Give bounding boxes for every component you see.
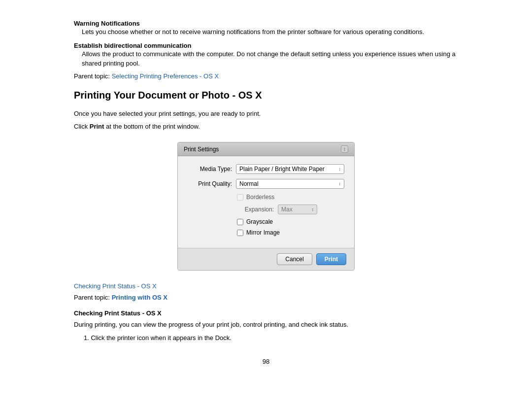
print-dialog-footer: Cancel Print: [178, 248, 354, 270]
checking-print-status-heading: Checking Print Status - OS X: [74, 309, 458, 317]
print-quality-value: Normal: [239, 180, 259, 187]
print-quality-select[interactable]: Normal ↕: [236, 179, 344, 189]
para2-bold: Print: [90, 123, 104, 130]
borderless-checkbox[interactable]: [237, 194, 243, 201]
print-dialog-wrapper: Print Settings ↕ Media Type: Plain Paper…: [74, 142, 458, 271]
warning-notifications-section: Warning Notifications Lets you choose wh…: [74, 20, 458, 37]
print-button[interactable]: Print: [316, 253, 346, 265]
expansion-value: Max: [281, 206, 293, 213]
printing-with-osx-link[interactable]: Printing with OS X: [112, 294, 167, 301]
media-type-label: Media Type:: [188, 166, 232, 172]
section-heading: Printing Your Document or Photo - OS X: [74, 90, 458, 101]
mirror-image-checkbox[interactable]: [237, 230, 243, 236]
expansion-label: Expansion:: [237, 206, 274, 213]
borderless-label: Borderless: [246, 194, 274, 201]
checking-section: Checking Print Status - OS X During prin…: [74, 309, 458, 343]
expansion-select: Max ↕: [278, 205, 317, 214]
selecting-printing-preferences-link[interactable]: Selecting Printing Preferences - OS X: [112, 72, 219, 80]
establish-desc: Allows the product to communicate with t…: [82, 49, 458, 68]
warning-notifications-desc: Lets you choose whether or not to receiv…: [82, 27, 458, 37]
grayscale-row: Grayscale: [237, 218, 344, 225]
print-dialog-body: Media Type: Plain Paper / Bright White P…: [178, 156, 354, 248]
borderless-row: Borderless: [237, 194, 344, 201]
expansion-arrow-icon: ↕: [312, 207, 314, 212]
print-quality-label: Print Quality:: [188, 180, 232, 187]
checking-body: During printing, you can view the progre…: [74, 320, 458, 330]
grayscale-checkbox[interactable]: [237, 219, 243, 225]
establish-label: Establish bidirectional communication: [74, 42, 458, 49]
page-number: 98: [74, 358, 458, 365]
section-para1: Once you have selected your print settin…: [74, 109, 458, 119]
link-section: Checking Print Status - OS X Parent topi…: [74, 280, 458, 304]
establish-section: Establish bidirectional communication Al…: [74, 42, 458, 68]
parent-topic-1: Parent topic: Selecting Printing Prefere…: [74, 72, 458, 80]
print-quality-row: Print Quality: Normal ↕: [188, 179, 344, 189]
print-quality-arrow-icon: ↕: [339, 181, 341, 186]
para2-suffix: at the bottom of the print window.: [104, 123, 200, 130]
parent-topic-1-prefix: Parent topic:: [74, 72, 110, 80]
media-type-value: Plain Paper / Bright White Paper: [239, 166, 325, 172]
warning-notifications-label: Warning Notifications: [74, 20, 458, 27]
section-para2: Click Print at the bottom of the print w…: [74, 122, 458, 132]
media-type-select[interactable]: Plain Paper / Bright White Paper ↕: [236, 164, 344, 174]
print-dialog-title: Print Settings: [184, 146, 219, 153]
print-dialog: Print Settings ↕ Media Type: Plain Paper…: [177, 142, 355, 271]
step1: 1. Click the printer icon when it appear…: [84, 333, 458, 343]
media-type-arrow-icon: ↕: [339, 167, 341, 171]
media-type-row: Media Type: Plain Paper / Bright White P…: [188, 164, 344, 174]
expansion-row: Expansion: Max ↕: [237, 205, 344, 214]
print-settings-stepper[interactable]: ↕: [341, 145, 348, 153]
parent-topic-2-prefix: Parent topic:: [74, 294, 110, 301]
grayscale-label: Grayscale: [246, 218, 273, 225]
para2-prefix: Click: [74, 123, 90, 130]
mirror-image-row: Mirror Image: [237, 229, 344, 236]
checking-print-status-link[interactable]: Checking Print Status - OS X: [74, 282, 157, 290]
cancel-button[interactable]: Cancel: [277, 253, 312, 265]
mirror-image-label: Mirror Image: [246, 229, 280, 236]
print-dialog-header: Print Settings ↕: [178, 142, 354, 156]
